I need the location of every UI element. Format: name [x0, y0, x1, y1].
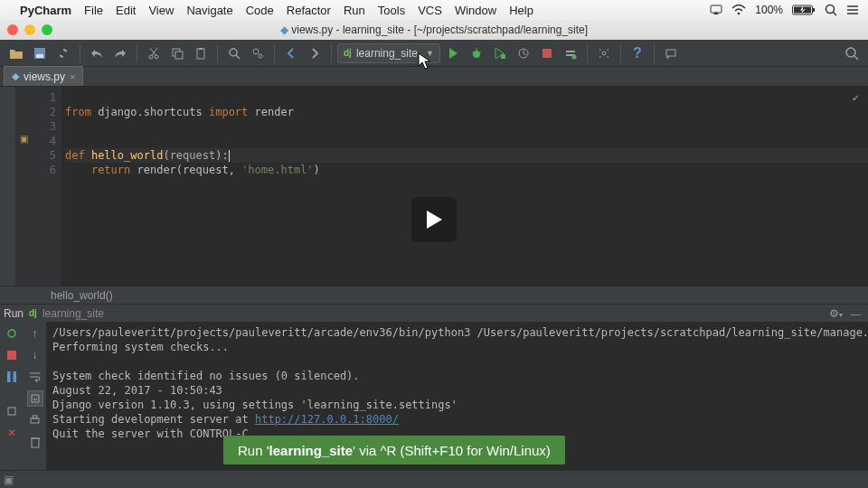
- svg-rect-46: [32, 438, 39, 447]
- menu-edit[interactable]: Edit: [116, 4, 136, 17]
- window-titlebar: ◆ views.py - learning_site - [~/projects…: [0, 20, 868, 40]
- down-stack-button[interactable]: ↓: [27, 347, 43, 363]
- structure-gutter-icon[interactable]: ▣: [16, 134, 31, 148]
- mac-menubar: PyCharm File Edit View Navigate Code Ref…: [0, 0, 868, 20]
- dump-threads-button[interactable]: [4, 403, 20, 419]
- sync-button[interactable]: [52, 42, 74, 64]
- run-tool-secondary-actions: ↑ ↓: [24, 322, 47, 470]
- redo-button[interactable]: [109, 42, 131, 64]
- svg-point-23: [259, 54, 262, 58]
- django-icon: dj: [29, 308, 37, 318]
- menu-view[interactable]: View: [148, 4, 174, 17]
- svg-rect-41: [7, 371, 11, 382]
- run-tool-header[interactable]: Run dj learning_site ⚙▾ —: [0, 304, 868, 322]
- debug-button[interactable]: [466, 42, 487, 64]
- breadcrumb[interactable]: hello_world(): [0, 286, 868, 304]
- toggle-softwrap-button[interactable]: [27, 369, 43, 385]
- spotlight-icon[interactable]: [825, 4, 837, 16]
- run-tool-label: Run: [4, 307, 24, 320]
- svg-rect-45: [33, 416, 37, 418]
- wifi-icon[interactable]: [731, 5, 746, 15]
- rerun-button[interactable]: [4, 325, 20, 342]
- line-number-gutter[interactable]: 1 2 3 4 5 6: [31, 87, 61, 286]
- svg-rect-28: [501, 54, 505, 59]
- help-button[interactable]: ?: [627, 42, 648, 64]
- run-config-label: learning_site: [356, 47, 418, 60]
- search-everywhere-button[interactable]: [841, 42, 863, 64]
- attach-button[interactable]: [560, 42, 581, 64]
- menu-refactor[interactable]: Refactor: [287, 4, 331, 17]
- pause-button[interactable]: [4, 369, 20, 385]
- svg-rect-42: [14, 371, 17, 382]
- gutter-icon-strip: ▣: [16, 87, 31, 286]
- bottom-tool-stripe: ▣: [0, 470, 868, 488]
- replace-button[interactable]: [247, 42, 269, 64]
- close-tab-icon[interactable]: ×: [70, 71, 75, 82]
- run-tool-left-actions: ✕: [0, 322, 24, 470]
- editor-tab-label: views.py: [24, 70, 65, 83]
- svg-rect-18: [197, 49, 204, 59]
- print-button[interactable]: [27, 412, 43, 428]
- menu-extras-icon[interactable]: [846, 5, 859, 15]
- video-play-button[interactable]: [411, 197, 457, 242]
- window-zoom-button[interactable]: [42, 24, 52, 35]
- tip-banner: Run 'learning_site' via ^R (Shift+F10 fo…: [223, 436, 565, 465]
- run-button[interactable]: [442, 42, 464, 64]
- window-minimize-button[interactable]: [24, 24, 35, 35]
- back-button[interactable]: [280, 42, 302, 64]
- open-button[interactable]: [5, 42, 27, 64]
- svg-rect-37: [666, 50, 675, 56]
- server-url-link[interactable]: http://127.0.0.1:8000/: [255, 413, 399, 426]
- svg-rect-0: [711, 5, 722, 13]
- svg-point-36: [602, 52, 606, 55]
- hide-tool-icon[interactable]: —: [851, 308, 861, 319]
- menu-code[interactable]: Code: [246, 4, 274, 17]
- clear-all-button[interactable]: [27, 434, 43, 450]
- profile-button[interactable]: [513, 42, 534, 64]
- svg-point-35: [571, 54, 576, 59]
- coverage-button[interactable]: [489, 42, 511, 64]
- inspection-ok-icon[interactable]: ✔: [853, 90, 859, 105]
- code-area[interactable]: ✔from django.shortcuts import render def…: [61, 87, 868, 286]
- svg-rect-11: [36, 54, 43, 58]
- left-tool-stripe[interactable]: [0, 87, 16, 286]
- menu-help[interactable]: Help: [509, 4, 533, 17]
- svg-rect-3: [813, 8, 815, 12]
- svg-line-39: [854, 56, 858, 60]
- forward-button[interactable]: [304, 42, 326, 64]
- run-tool-config-label: learning_site: [42, 307, 104, 320]
- battery-icon[interactable]: [792, 5, 816, 15]
- save-all-button[interactable]: [29, 42, 51, 64]
- gear-icon[interactable]: ⚙▾: [829, 307, 843, 320]
- editor: ▣ 1 2 3 4 5 6 ✔from django.shortcuts imp…: [0, 87, 868, 286]
- paste-button[interactable]: [190, 42, 212, 64]
- editor-tab[interactable]: ◆ views.py ×: [4, 66, 83, 86]
- svg-rect-33: [566, 51, 575, 52]
- app-name[interactable]: PyCharm: [20, 4, 71, 17]
- svg-point-22: [253, 49, 259, 54]
- stop-process-button[interactable]: [4, 347, 20, 363]
- menu-vcs[interactable]: VCS: [418, 4, 442, 17]
- svg-rect-40: [7, 351, 16, 360]
- run-config-selector[interactable]: dj learning_site ▼: [337, 43, 440, 63]
- close-tab-button[interactable]: ✕: [4, 425, 20, 441]
- find-button[interactable]: [223, 42, 245, 64]
- copy-button[interactable]: [166, 42, 188, 64]
- menu-run[interactable]: Run: [344, 4, 365, 17]
- cut-button[interactable]: [143, 42, 165, 64]
- menu-navigate[interactable]: Navigate: [186, 4, 232, 17]
- up-stack-button[interactable]: ↑: [27, 325, 43, 342]
- scroll-to-end-button[interactable]: [27, 390, 43, 407]
- window-title: views.py - learning_site - [~/projects/s…: [291, 23, 588, 36]
- undo-button[interactable]: [86, 42, 108, 64]
- feedback-button[interactable]: [660, 42, 682, 64]
- menu-file[interactable]: File: [84, 4, 103, 17]
- battery-percent: 100%: [755, 4, 783, 16]
- tool-window-quick-access-icon[interactable]: ▣: [4, 474, 14, 486]
- menu-tools[interactable]: Tools: [378, 4, 405, 17]
- stop-button[interactable]: [536, 42, 558, 64]
- airplay-icon[interactable]: [710, 5, 722, 15]
- menu-window[interactable]: Window: [455, 4, 496, 17]
- window-close-button[interactable]: [7, 24, 18, 35]
- settings-button[interactable]: [593, 42, 615, 64]
